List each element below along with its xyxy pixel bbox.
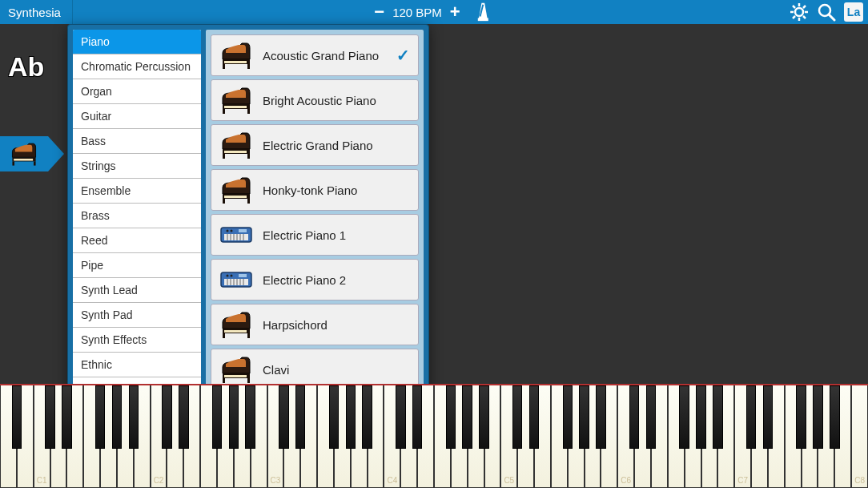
instrument-label: Electric Piano 1 bbox=[263, 228, 410, 242]
piano-icon bbox=[10, 142, 38, 166]
category-item[interactable]: Ensemble bbox=[73, 179, 201, 204]
instrument-item[interactable]: Harpsichord bbox=[211, 304, 419, 345]
category-item[interactable]: Chromatic Percussion bbox=[73, 54, 201, 79]
black-key[interactable] bbox=[679, 385, 689, 449]
keyboard-icon bbox=[219, 220, 253, 249]
bpm-increase-button[interactable]: + bbox=[450, 3, 460, 21]
black-key[interactable] bbox=[579, 385, 589, 449]
category-item[interactable]: Guitar bbox=[73, 104, 201, 129]
category-item[interactable]: Brass bbox=[73, 204, 201, 228]
search-icon[interactable] bbox=[817, 2, 836, 22]
key-c-label: C2 bbox=[152, 476, 166, 485]
instrument-label: Clavi bbox=[263, 363, 410, 377]
back-label: Synthesia bbox=[8, 6, 61, 19]
black-key[interactable] bbox=[629, 385, 640, 449]
black-key[interactable] bbox=[179, 385, 189, 449]
black-key[interactable] bbox=[830, 385, 840, 449]
black-key[interactable] bbox=[713, 385, 723, 449]
category-item[interactable]: Synth Lead bbox=[73, 278, 201, 303]
key-c-label: C3 bbox=[269, 476, 283, 485]
black-key[interactable] bbox=[563, 385, 573, 449]
black-key[interactable] bbox=[446, 385, 456, 449]
black-key[interactable] bbox=[129, 385, 139, 449]
instrument-picker-popup: PianoChromatic PercussionOrganGuitarBass… bbox=[67, 24, 429, 409]
instrument-item[interactable]: Electric Grand Piano bbox=[211, 124, 419, 166]
top-bar: Synthesia − 120 BPM + La bbox=[0, 0, 868, 24]
black-key[interactable] bbox=[479, 385, 489, 449]
black-key[interactable] bbox=[329, 385, 340, 449]
key-c-label: C5 bbox=[502, 476, 516, 485]
piano-icon bbox=[219, 41, 253, 70]
key-c-label: C1 bbox=[35, 476, 49, 485]
note-name-toggle[interactable]: La bbox=[844, 2, 863, 22]
black-key[interactable] bbox=[229, 385, 239, 449]
key-c-label: C6 bbox=[619, 476, 633, 485]
instrument-item[interactable]: Acoustic Grand Piano✓ bbox=[211, 34, 419, 76]
instrument-label: Harpsichord bbox=[263, 318, 410, 332]
category-item[interactable]: Strings bbox=[73, 154, 201, 179]
instrument-item[interactable]: Bright Acoustic Piano bbox=[211, 79, 419, 121]
piano-icon bbox=[219, 131, 253, 159]
metronome-icon[interactable] bbox=[473, 2, 494, 22]
black-key[interactable] bbox=[45, 385, 55, 449]
black-key[interactable] bbox=[112, 385, 123, 449]
piano-icon bbox=[219, 355, 253, 384]
white-key[interactable] bbox=[851, 385, 868, 488]
category-item[interactable]: Pipe bbox=[73, 253, 201, 278]
keyboard-icon bbox=[219, 265, 253, 294]
black-key[interactable] bbox=[212, 385, 223, 449]
settings-icon[interactable] bbox=[790, 2, 809, 22]
black-key[interactable] bbox=[462, 385, 472, 449]
piano-icon bbox=[219, 86, 253, 115]
instrument-label: Electric Grand Piano bbox=[263, 139, 410, 152]
instrument-label: Electric Piano 2 bbox=[263, 273, 410, 287]
instrument-list: Acoustic Grand Piano✓Bright Acoustic Pia… bbox=[206, 30, 424, 403]
black-key[interactable] bbox=[813, 385, 823, 449]
back-button[interactable]: Synthesia bbox=[0, 0, 73, 24]
instrument-label: Acoustic Grand Piano bbox=[263, 49, 387, 63]
black-key[interactable] bbox=[162, 385, 172, 449]
track-instrument-tab[interactable] bbox=[0, 136, 64, 171]
category-item[interactable]: Synth Effects bbox=[73, 328, 201, 353]
piano-icon bbox=[219, 310, 253, 339]
black-key[interactable] bbox=[763, 385, 774, 449]
key-c-label: C8 bbox=[853, 476, 866, 485]
black-key[interactable] bbox=[646, 385, 657, 449]
black-key[interactable] bbox=[596, 385, 606, 449]
key-signature-label: Ab bbox=[8, 51, 44, 83]
instrument-item[interactable]: Electric Piano 1 bbox=[211, 214, 419, 256]
piano-icon bbox=[219, 175, 253, 204]
black-key[interactable] bbox=[396, 385, 406, 449]
black-key[interactable] bbox=[529, 385, 540, 449]
black-key[interactable] bbox=[696, 385, 706, 449]
check-icon: ✓ bbox=[396, 46, 410, 65]
category-item[interactable]: Synth Pad bbox=[73, 303, 201, 328]
instrument-item[interactable]: Honky-tonk Piano bbox=[211, 169, 419, 211]
black-key[interactable] bbox=[12, 385, 22, 449]
keyboard: C1C2C3C4C5C6C7C8 bbox=[0, 384, 868, 488]
category-item[interactable]: Piano bbox=[73, 30, 201, 54]
category-item[interactable]: Bass bbox=[73, 129, 201, 154]
instrument-category-list: PianoChromatic PercussionOrganGuitarBass… bbox=[73, 30, 201, 403]
black-key[interactable] bbox=[412, 385, 423, 449]
black-key[interactable] bbox=[245, 385, 255, 449]
black-key[interactable] bbox=[346, 385, 356, 449]
black-key[interactable] bbox=[512, 385, 523, 449]
category-item[interactable]: Reed bbox=[73, 228, 201, 253]
key-c-label: C7 bbox=[736, 476, 749, 485]
bpm-decrease-button[interactable]: − bbox=[374, 3, 384, 21]
black-key[interactable] bbox=[279, 385, 289, 449]
black-key[interactable] bbox=[746, 385, 757, 449]
black-key[interactable] bbox=[796, 385, 806, 449]
key-c-label: C4 bbox=[385, 476, 399, 485]
black-key[interactable] bbox=[362, 385, 372, 449]
black-key[interactable] bbox=[295, 385, 306, 449]
black-key[interactable] bbox=[95, 385, 106, 449]
instrument-label: Honky-tonk Piano bbox=[263, 184, 410, 197]
black-key[interactable] bbox=[62, 385, 72, 449]
category-item[interactable]: Organ bbox=[73, 79, 201, 104]
bpm-controls: − 120 BPM + bbox=[374, 2, 493, 22]
toolbar-right: La bbox=[790, 2, 863, 22]
category-item[interactable]: Ethnic bbox=[73, 353, 201, 377]
instrument-item[interactable]: Electric Piano 2 bbox=[211, 259, 419, 300]
